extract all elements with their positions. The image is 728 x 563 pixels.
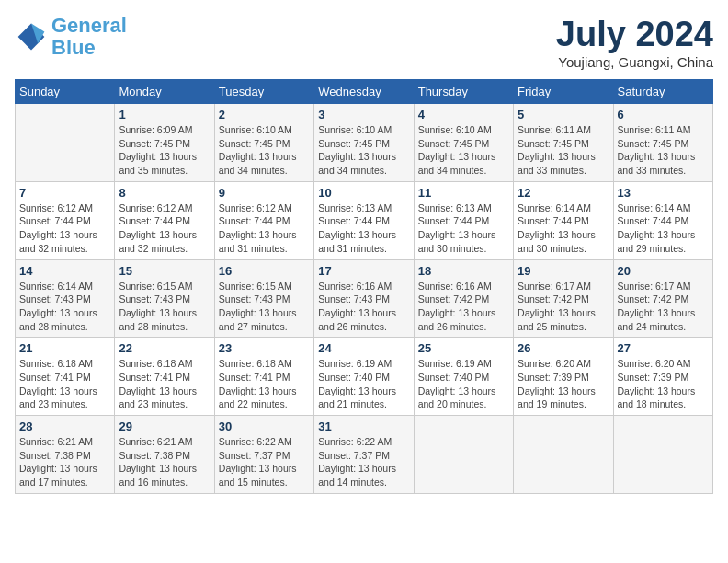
day-number: 23 — [219, 341, 310, 355]
calendar-cell: 15Sunrise: 6:15 AM Sunset: 7:43 PM Dayli… — [115, 259, 214, 338]
day-info: Sunrise: 6:12 AM Sunset: 7:44 PM Dayligh… — [119, 201, 210, 256]
day-number: 25 — [418, 341, 509, 355]
calendar-cell: 12Sunrise: 6:14 AM Sunset: 7:44 PM Dayli… — [514, 181, 613, 259]
weekday-header: Monday — [115, 80, 214, 104]
calendar-cell: 13Sunrise: 6:14 AM Sunset: 7:44 PM Dayli… — [613, 181, 712, 259]
calendar-cell: 23Sunrise: 6:18 AM Sunset: 7:41 PM Dayli… — [214, 338, 313, 416]
day-info: Sunrise: 6:17 AM Sunset: 7:42 PM Dayligh… — [618, 280, 709, 334]
day-number: 10 — [318, 186, 409, 200]
location: Youjiang, Guangxi, China — [556, 54, 713, 70]
day-info: Sunrise: 6:10 AM Sunset: 7:45 PM Dayligh… — [318, 123, 409, 178]
day-number: 21 — [19, 341, 110, 355]
day-number: 22 — [119, 341, 210, 355]
calendar-cell — [414, 416, 513, 494]
day-number: 2 — [219, 108, 310, 121]
page-header: General Blue July 2024 Youjiang, Guangxi… — [15, 15, 713, 70]
day-info: Sunrise: 6:15 AM Sunset: 7:43 PM Dayligh… — [219, 280, 310, 334]
day-number: 26 — [518, 341, 609, 355]
day-number: 8 — [119, 186, 210, 200]
day-info: Sunrise: 6:14 AM Sunset: 7:44 PM Dayligh… — [618, 201, 709, 256]
calendar-week-row: 21Sunrise: 6:18 AM Sunset: 7:41 PM Dayli… — [16, 338, 713, 416]
calendar-cell: 1Sunrise: 6:09 AM Sunset: 7:45 PM Daylig… — [115, 104, 214, 182]
calendar-cell: 8Sunrise: 6:12 AM Sunset: 7:44 PM Daylig… — [115, 181, 214, 259]
day-number: 5 — [518, 108, 609, 121]
day-info: Sunrise: 6:12 AM Sunset: 7:44 PM Dayligh… — [19, 201, 110, 256]
day-number: 1 — [119, 108, 210, 121]
day-number: 3 — [318, 108, 409, 121]
calendar-cell: 29Sunrise: 6:21 AM Sunset: 7:38 PM Dayli… — [115, 416, 214, 494]
day-number: 24 — [318, 341, 409, 355]
calendar-cell: 6Sunrise: 6:11 AM Sunset: 7:45 PM Daylig… — [613, 104, 712, 182]
day-number: 30 — [219, 419, 310, 433]
day-info: Sunrise: 6:16 AM Sunset: 7:42 PM Dayligh… — [418, 280, 509, 334]
calendar-cell: 24Sunrise: 6:19 AM Sunset: 7:40 PM Dayli… — [314, 338, 414, 416]
logo-line2: Blue — [51, 36, 96, 59]
calendar-cell: 19Sunrise: 6:17 AM Sunset: 7:42 PM Dayli… — [514, 259, 613, 338]
weekday-header: Friday — [514, 80, 613, 104]
day-number: 29 — [119, 419, 210, 433]
calendar-cell: 14Sunrise: 6:14 AM Sunset: 7:43 PM Dayli… — [16, 259, 115, 338]
calendar-cell: 17Sunrise: 6:16 AM Sunset: 7:43 PM Dayli… — [314, 259, 414, 338]
day-number: 13 — [618, 186, 709, 200]
calendar-cell: 22Sunrise: 6:18 AM Sunset: 7:41 PM Dayli… — [115, 338, 214, 416]
day-number: 31 — [318, 419, 409, 433]
day-info: Sunrise: 6:14 AM Sunset: 7:44 PM Dayligh… — [518, 201, 609, 256]
calendar-week-row: 7Sunrise: 6:12 AM Sunset: 7:44 PM Daylig… — [16, 181, 713, 259]
calendar-table: SundayMondayTuesdayWednesdayThursdayFrid… — [15, 79, 713, 494]
day-number: 9 — [219, 186, 310, 200]
day-number: 20 — [618, 264, 709, 278]
day-info: Sunrise: 6:20 AM Sunset: 7:39 PM Dayligh… — [518, 357, 609, 411]
day-info: Sunrise: 6:11 AM Sunset: 7:45 PM Dayligh… — [518, 123, 609, 178]
day-info: Sunrise: 6:18 AM Sunset: 7:41 PM Dayligh… — [19, 357, 110, 411]
day-number: 4 — [418, 108, 509, 121]
calendar-week-row: 28Sunrise: 6:21 AM Sunset: 7:38 PM Dayli… — [16, 416, 713, 494]
day-number: 28 — [19, 419, 110, 433]
day-number: 18 — [418, 264, 509, 278]
day-number: 15 — [119, 264, 210, 278]
calendar-cell: 9Sunrise: 6:12 AM Sunset: 7:44 PM Daylig… — [214, 181, 313, 259]
calendar-cell: 7Sunrise: 6:12 AM Sunset: 7:44 PM Daylig… — [16, 181, 115, 259]
calendar-cell: 27Sunrise: 6:20 AM Sunset: 7:39 PM Dayli… — [613, 338, 712, 416]
title-area: July 2024 Youjiang, Guangxi, China — [556, 15, 713, 70]
day-info: Sunrise: 6:11 AM Sunset: 7:45 PM Dayligh… — [618, 123, 709, 178]
calendar-cell: 25Sunrise: 6:19 AM Sunset: 7:40 PM Dayli… — [414, 338, 513, 416]
weekday-header-row: SundayMondayTuesdayWednesdayThursdayFrid… — [16, 80, 713, 104]
day-number: 17 — [318, 264, 409, 278]
calendar-week-row: 14Sunrise: 6:14 AM Sunset: 7:43 PM Dayli… — [16, 259, 713, 338]
day-info: Sunrise: 6:18 AM Sunset: 7:41 PM Dayligh… — [119, 357, 210, 411]
day-number: 6 — [618, 108, 709, 121]
calendar-cell: 31Sunrise: 6:22 AM Sunset: 7:37 PM Dayli… — [314, 416, 414, 494]
calendar-cell: 26Sunrise: 6:20 AM Sunset: 7:39 PM Dayli… — [514, 338, 613, 416]
calendar-cell: 11Sunrise: 6:13 AM Sunset: 7:44 PM Dayli… — [414, 181, 513, 259]
day-number: 7 — [19, 186, 110, 200]
day-info: Sunrise: 6:19 AM Sunset: 7:40 PM Dayligh… — [418, 357, 509, 411]
day-info: Sunrise: 6:21 AM Sunset: 7:38 PM Dayligh… — [119, 435, 210, 489]
logo-icon — [15, 20, 48, 53]
calendar-cell: 16Sunrise: 6:15 AM Sunset: 7:43 PM Dayli… — [214, 259, 313, 338]
calendar-cell: 5Sunrise: 6:11 AM Sunset: 7:45 PM Daylig… — [514, 104, 613, 182]
weekday-header: Thursday — [414, 80, 513, 104]
day-info: Sunrise: 6:20 AM Sunset: 7:39 PM Dayligh… — [618, 357, 709, 411]
day-info: Sunrise: 6:09 AM Sunset: 7:45 PM Dayligh… — [119, 123, 210, 178]
calendar-week-row: 1Sunrise: 6:09 AM Sunset: 7:45 PM Daylig… — [16, 104, 713, 182]
day-info: Sunrise: 6:12 AM Sunset: 7:44 PM Dayligh… — [219, 201, 310, 256]
day-number: 11 — [418, 186, 509, 200]
month-title: July 2024 — [556, 15, 713, 54]
day-number: 27 — [618, 341, 709, 355]
calendar-cell: 10Sunrise: 6:13 AM Sunset: 7:44 PM Dayli… — [314, 181, 414, 259]
day-info: Sunrise: 6:15 AM Sunset: 7:43 PM Dayligh… — [119, 280, 210, 334]
day-number: 14 — [19, 264, 110, 278]
day-number: 16 — [219, 264, 310, 278]
day-info: Sunrise: 6:10 AM Sunset: 7:45 PM Dayligh… — [219, 123, 310, 178]
calendar-cell — [514, 416, 613, 494]
calendar-cell: 20Sunrise: 6:17 AM Sunset: 7:42 PM Dayli… — [613, 259, 712, 338]
calendar-cell: 4Sunrise: 6:10 AM Sunset: 7:45 PM Daylig… — [414, 104, 513, 182]
calendar-cell: 28Sunrise: 6:21 AM Sunset: 7:38 PM Dayli… — [16, 416, 115, 494]
day-info: Sunrise: 6:22 AM Sunset: 7:37 PM Dayligh… — [219, 435, 310, 489]
day-info: Sunrise: 6:19 AM Sunset: 7:40 PM Dayligh… — [318, 357, 409, 411]
day-info: Sunrise: 6:16 AM Sunset: 7:43 PM Dayligh… — [318, 280, 409, 334]
day-info: Sunrise: 6:10 AM Sunset: 7:45 PM Dayligh… — [418, 123, 509, 178]
logo: General Blue — [15, 15, 127, 59]
day-info: Sunrise: 6:17 AM Sunset: 7:42 PM Dayligh… — [518, 280, 609, 334]
day-info: Sunrise: 6:22 AM Sunset: 7:37 PM Dayligh… — [318, 435, 409, 489]
